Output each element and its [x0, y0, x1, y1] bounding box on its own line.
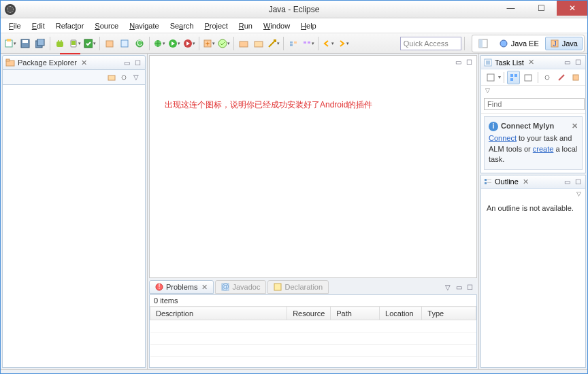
- search-button[interactable]: [252, 37, 265, 50]
- forward-button[interactable]: [336, 37, 350, 50]
- package-explorer-close[interactable]: ✕: [81, 58, 87, 67]
- mylyn-connect-link[interactable]: Connect: [489, 134, 517, 142]
- android-sdk-button[interactable]: [53, 37, 67, 50]
- svg-rect-30: [479, 39, 483, 48]
- svg-rect-25: [290, 44, 293, 46]
- open-task-button[interactable]: [237, 37, 250, 50]
- save-button[interactable]: [18, 37, 32, 50]
- run-button[interactable]: [167, 37, 181, 50]
- editor-maximize-button[interactable]: ☐: [464, 57, 474, 67]
- categorized-button[interactable]: [507, 71, 520, 84]
- maximize-view-button[interactable]: ☐: [133, 58, 142, 67]
- mylyn-title: Connect Mylyn: [501, 121, 554, 131]
- editor-minimize-button[interactable]: ▭: [453, 57, 463, 67]
- svg-rect-49: [573, 75, 578, 80]
- toggle-breadcrumb-button[interactable]: [287, 37, 300, 50]
- menu-file[interactable]: File: [3, 20, 27, 31]
- menu-window[interactable]: Window: [258, 20, 295, 31]
- col-location[interactable]: Location: [380, 307, 422, 320]
- mylyn-close[interactable]: ✕: [572, 121, 578, 131]
- annotation-underline: [60, 53, 80, 54]
- svg-rect-22: [240, 41, 248, 47]
- view-menu-button[interactable]: ▽: [131, 73, 141, 82]
- link-editor-button[interactable]: [119, 73, 129, 82]
- new-class-button[interactable]: C: [133, 37, 146, 50]
- problems-view-menu[interactable]: ▽: [443, 282, 453, 292]
- menu-edit[interactable]: Edit: [27, 20, 50, 31]
- synch-button[interactable]: [570, 71, 583, 84]
- tasklist-min[interactable]: ▭: [562, 58, 572, 67]
- close-button[interactable]: ✕: [557, 1, 587, 16]
- back-button[interactable]: [321, 37, 335, 50]
- menu-search[interactable]: Search: [165, 20, 199, 31]
- menu-project[interactable]: Project: [199, 20, 233, 31]
- open-perspective-button[interactable]: [474, 37, 493, 50]
- task-list-close[interactable]: ✕: [528, 58, 534, 67]
- outline-view-menu[interactable]: ▽: [481, 189, 585, 199]
- hide-button[interactable]: [555, 71, 568, 84]
- android-lint-button[interactable]: [83, 37, 97, 50]
- right-column: Task List ✕ ▭☐ ▾ ▽ ▸ All ▸: [478, 54, 587, 369]
- annotation-button[interactable]: [267, 37, 280, 50]
- focus-button[interactable]: [540, 71, 553, 84]
- col-type[interactable]: Type: [422, 307, 476, 320]
- new-button[interactable]: [3, 37, 17, 50]
- menu-help[interactable]: Help: [295, 20, 322, 31]
- table-row: [150, 333, 476, 345]
- problems-table[interactable]: Description Resource Path Location Type: [150, 306, 476, 357]
- perspective-switcher: Java EE JJava: [472, 35, 585, 52]
- minimize-button[interactable]: —: [495, 1, 526, 16]
- tab-problems[interactable]: ! Problems✕: [149, 280, 214, 294]
- svg-point-48: [545, 75, 549, 80]
- editor-area[interactable]: 出现这连个图标，说明你已经成功安装好了Android的插件 ▭ ☐: [149, 55, 477, 278]
- col-description[interactable]: Description: [150, 307, 287, 320]
- problems-close[interactable]: ✕: [201, 283, 208, 292]
- android-avd-button[interactable]: [68, 37, 82, 50]
- pin-editor-button[interactable]: [301, 37, 315, 50]
- svg-rect-44: [510, 74, 513, 77]
- col-resource[interactable]: Resource: [287, 307, 331, 320]
- perspective-javaee[interactable]: Java EE: [494, 37, 544, 50]
- annotation-text: 出现这连个图标，说明你已经成功安装好了Android的插件: [165, 99, 372, 111]
- package-explorer-body[interactable]: [2, 85, 146, 368]
- outline-view: Outline ✕ ▭☐ ▽ An outline is not availab…: [480, 175, 586, 368]
- svg-rect-12: [106, 41, 113, 47]
- perspective-java[interactable]: JJava: [545, 37, 583, 50]
- svg-rect-27: [304, 41, 306, 44]
- new-java-element-button[interactable]: +: [202, 37, 216, 50]
- titlebar: Java - Eclipse — ☐ ✕: [1, 1, 587, 18]
- tab-declaration[interactable]: Declaration: [267, 280, 329, 294]
- outline-close[interactable]: ✕: [523, 177, 529, 186]
- menu-source[interactable]: Source: [89, 20, 124, 31]
- outline-min[interactable]: ▭: [562, 177, 572, 186]
- menu-navigate[interactable]: Navigate: [124, 20, 164, 31]
- maximize-button[interactable]: ☐: [526, 1, 557, 16]
- problems-body: 0 items Description Resource Path Locati…: [149, 294, 477, 368]
- problems-minimize[interactable]: ▭: [454, 282, 463, 292]
- menu-run[interactable]: Run: [233, 20, 258, 31]
- new-java-project-button[interactable]: [103, 37, 116, 50]
- open-type-button[interactable]: [217, 37, 231, 50]
- mylyn-create-link[interactable]: create: [533, 145, 554, 153]
- debug-button[interactable]: [152, 37, 166, 50]
- tab-javadoc[interactable]: @ Javadoc: [215, 280, 266, 294]
- save-all-button[interactable]: [33, 37, 47, 50]
- quick-access-input[interactable]: Quick Access: [400, 37, 461, 50]
- svg-text:C: C: [137, 39, 142, 47]
- minimize-view-button[interactable]: ▭: [122, 58, 131, 67]
- outline-max[interactable]: ☐: [573, 177, 583, 186]
- run-last-button[interactable]: [182, 37, 196, 50]
- col-path[interactable]: Path: [331, 307, 380, 320]
- menu-refactor[interactable]: Refactor: [50, 20, 90, 31]
- outline-body: An outline is not available.: [481, 199, 585, 218]
- svg-rect-36: [108, 75, 115, 80]
- collapse-all-button[interactable]: [107, 73, 116, 82]
- task-view-menu[interactable]: ▽: [481, 86, 585, 95]
- svg-rect-35: [6, 59, 10, 61]
- task-find-input[interactable]: [484, 98, 585, 110]
- new-package-button[interactable]: [118, 37, 131, 50]
- tasklist-max[interactable]: ☐: [573, 58, 583, 67]
- scheduled-button[interactable]: [521, 71, 534, 84]
- new-task-button[interactable]: [484, 71, 497, 84]
- problems-maximize[interactable]: ☐: [465, 282, 474, 292]
